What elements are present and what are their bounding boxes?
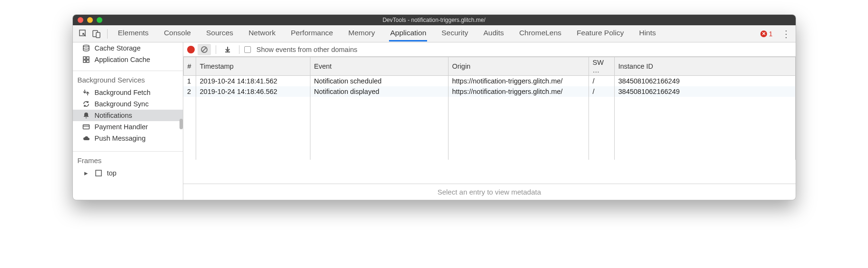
record-button[interactable] bbox=[187, 46, 195, 53]
sidebar-item-label: Cache Storage bbox=[95, 44, 141, 52]
th-index[interactable]: # bbox=[183, 57, 196, 76]
frame-top-label: top bbox=[107, 169, 117, 177]
cell-id: 3845081062166249 bbox=[614, 76, 795, 87]
sidebar-section-label: Background Services bbox=[73, 73, 183, 87]
tab-hints[interactable]: Hints bbox=[638, 26, 657, 41]
inspect-icon[interactable] bbox=[77, 27, 90, 41]
tab-performance[interactable]: Performance bbox=[290, 26, 334, 41]
svg-rect-6 bbox=[83, 60, 86, 62]
clear-button[interactable] bbox=[198, 44, 211, 55]
db-icon bbox=[82, 44, 90, 52]
metadata-hint: Select an entry to view metadata bbox=[183, 184, 796, 200]
sidebar-item-payment-handler[interactable]: Payment Handler bbox=[73, 121, 183, 133]
sidebar-item-label: Payment Handler bbox=[95, 123, 148, 131]
download-button[interactable] bbox=[221, 44, 234, 55]
show-other-domains-label: Show events from other domains bbox=[257, 46, 358, 53]
cell-sw: / bbox=[589, 86, 614, 97]
svg-rect-10 bbox=[96, 170, 101, 176]
tab-elements[interactable]: Elements bbox=[117, 26, 150, 41]
th-sw-scope[interactable]: SW … bbox=[589, 57, 614, 76]
cell-ts: 2019-10-24 14:18:41.562 bbox=[196, 76, 310, 87]
th-origin[interactable]: Origin bbox=[448, 57, 589, 76]
svg-rect-4 bbox=[83, 57, 86, 59]
sidebar-item-label: Background Sync bbox=[95, 100, 149, 108]
cell-ev: Notification scheduled bbox=[310, 76, 448, 87]
sidebar-item-push-messaging[interactable]: Push Messaging bbox=[73, 133, 183, 144]
tab-sources[interactable]: Sources bbox=[205, 26, 234, 41]
bgfetch-icon bbox=[82, 89, 90, 96]
show-other-domains-checkbox[interactable] bbox=[244, 46, 251, 53]
sidebar-item-application-cache[interactable]: Application Cache bbox=[73, 54, 183, 65]
cloud-icon bbox=[82, 134, 90, 142]
toolbar: Show events from other domains bbox=[183, 42, 796, 57]
th-instance[interactable]: Instance ID bbox=[614, 57, 795, 76]
cell-n: 1 bbox=[183, 76, 196, 87]
cell-or: https://notification-triggers.glitch.me/ bbox=[448, 76, 589, 87]
cell-id: 3845081062166249 bbox=[614, 86, 795, 97]
more-menu-icon[interactable]: ⋮ bbox=[780, 28, 792, 40]
events-table: # Timestamp Event Origin SW … Instance I… bbox=[183, 57, 796, 184]
cell-sw: / bbox=[589, 76, 614, 87]
cell-or: https://notification-triggers.glitch.me/ bbox=[448, 86, 589, 97]
window-title: DevTools - notification-triggers.glitch.… bbox=[73, 17, 796, 23]
tab-console[interactable]: Console bbox=[163, 26, 192, 41]
frames-top-item[interactable]: ▸ top bbox=[73, 167, 183, 179]
tab-memory[interactable]: Memory bbox=[347, 26, 376, 41]
bell-icon bbox=[82, 112, 90, 119]
sidebar-item-notifications[interactable]: Notifications bbox=[73, 110, 183, 121]
svg-rect-2 bbox=[96, 32, 100, 38]
sidebar-scrollbar[interactable] bbox=[180, 119, 183, 129]
triangle-right-icon: ▸ bbox=[82, 169, 90, 177]
device-toggle-icon[interactable] bbox=[90, 27, 103, 41]
th-timestamp[interactable]: Timestamp bbox=[196, 57, 310, 76]
card-icon bbox=[82, 123, 90, 131]
sidebar-item-label: Background Fetch bbox=[95, 89, 151, 96]
svg-line-12 bbox=[202, 48, 206, 52]
devtools-window: DevTools - notification-triggers.glitch.… bbox=[72, 14, 796, 200]
tab-network[interactable]: Network bbox=[248, 26, 277, 41]
error-badge[interactable]: ✕ 1 bbox=[760, 30, 773, 38]
svg-rect-5 bbox=[87, 57, 89, 59]
tabs-bar: ElementsConsoleSourcesNetworkPerformance… bbox=[73, 25, 796, 42]
error-icon: ✕ bbox=[760, 31, 767, 37]
sidebar-item-background-fetch[interactable]: Background Fetch bbox=[73, 87, 183, 98]
tab-chromelens[interactable]: ChromeLens bbox=[518, 26, 562, 41]
grid-icon bbox=[82, 56, 90, 63]
cell-ev: Notification displayed bbox=[310, 86, 448, 97]
sidebar-item-label: Notifications bbox=[95, 112, 132, 119]
table-row[interactable]: 12019-10-24 14:18:41.562Notification sch… bbox=[183, 76, 795, 87]
svg-point-3 bbox=[83, 45, 89, 47]
sidebar-item-background-sync[interactable]: Background Sync bbox=[73, 98, 183, 110]
tab-feature-policy[interactable]: Feature Policy bbox=[576, 26, 625, 41]
sync-icon bbox=[82, 100, 90, 108]
table-row[interactable]: 22019-10-24 14:18:46.562Notification dis… bbox=[183, 86, 795, 97]
tab-security[interactable]: Security bbox=[440, 26, 469, 41]
cell-n: 2 bbox=[183, 86, 196, 97]
sidebar-item-cache-storage[interactable]: Cache Storage bbox=[73, 42, 183, 54]
sidebar: Cache StorageApplication Cache Backgroun… bbox=[73, 42, 183, 200]
titlebar: DevTools - notification-triggers.glitch.… bbox=[73, 15, 796, 25]
sidebar-item-label: Application Cache bbox=[95, 56, 150, 63]
tab-audits[interactable]: Audits bbox=[482, 26, 505, 41]
tab-application[interactable]: Application bbox=[389, 26, 427, 41]
svg-rect-8 bbox=[83, 125, 89, 129]
sidebar-item-label: Push Messaging bbox=[95, 134, 146, 142]
th-event[interactable]: Event bbox=[310, 57, 448, 76]
error-count: 1 bbox=[769, 30, 773, 38]
sidebar-section-frames: Frames bbox=[73, 154, 183, 167]
svg-rect-7 bbox=[87, 60, 89, 62]
frame-icon bbox=[95, 169, 102, 177]
cell-ts: 2019-10-24 14:18:46.562 bbox=[196, 86, 310, 97]
